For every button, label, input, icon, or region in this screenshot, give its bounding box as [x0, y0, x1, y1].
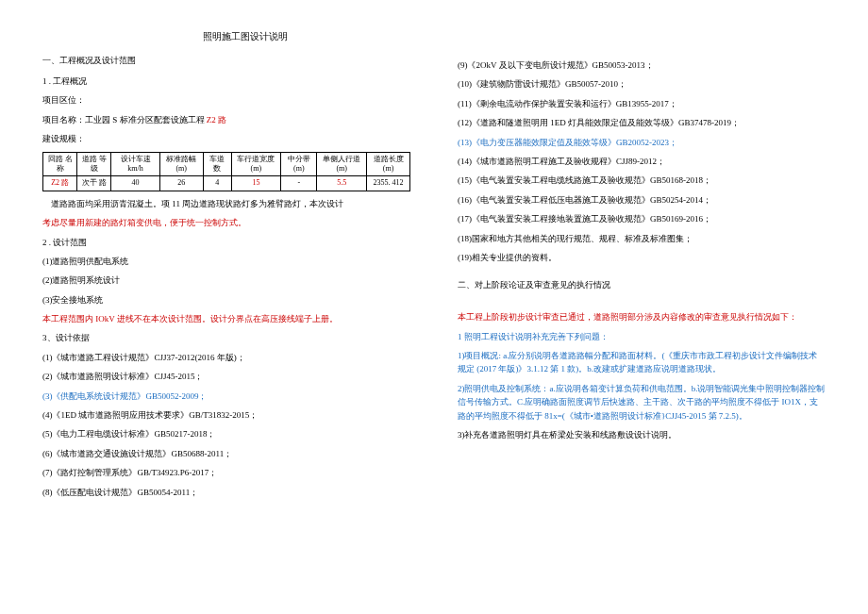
- s3-item: (4)《1ED 城市道路照明应用技术要求》GB/T31832-2015；: [42, 408, 410, 422]
- s3-item: (8)《低压配电设计规范》GB50054-2011；: [42, 486, 410, 499]
- td: 5.5: [317, 176, 367, 191]
- s2-red-note: 本工程范围内 IOkV 进线不在本次设计范围。设计分界点在高压接线端子上册。: [42, 312, 410, 325]
- project-name-red: Z2 路: [207, 115, 226, 124]
- td: 2355. 412: [367, 176, 410, 191]
- td: 15: [231, 176, 281, 191]
- td: 26: [159, 176, 203, 191]
- section-1-header: 一、工程概况及设计范围: [42, 55, 410, 67]
- s3-item: (11)《剩余电流动作保护装置安装和运行》GB13955-2017；: [458, 97, 826, 110]
- s3-item: (2)《城市道路照明设计标准》CJJ45-2015；: [42, 370, 410, 383]
- s3-item: (14)《城市道路照明工程施工及验收规程》CJJ89-2012；: [458, 155, 826, 168]
- build-scale: 建设规模：: [42, 132, 410, 145]
- s3-item: (10)《建筑物防雷设计规范》GB50057-2010；: [458, 77, 826, 91]
- road-note-1: 道路路面均采用沥青混凝土。项 11 周边道路现状路灯多为雅臂路灯，本次设计: [42, 197, 410, 210]
- right-column: (9)《2OkV 及以下变电所设计规范》GB50053-2013； (10)《建…: [458, 30, 826, 505]
- subsection-1: 1 . 工程概况: [42, 75, 410, 88]
- bullet-1: 1)项目概况: a.应分别说明各道路路幅分配和路面材料。(《重庆市市政工程初步设…: [458, 349, 826, 376]
- s3-item: (15)《电气装置安装工程电缆线路施工及验收规范》GB50168-2018；: [458, 174, 826, 187]
- th: 标准路幅 (m): [159, 152, 203, 176]
- table-row: Z2 路 次干 路 40 26 4 15 - 5.5 2355. 412: [43, 176, 410, 191]
- s3-item: (7)《路灯控制管理系统》GB/T34923.P6-2017；: [42, 466, 410, 479]
- subsection-3: 3、设计依据: [42, 331, 410, 344]
- td: Z2 路: [43, 176, 77, 191]
- project-name: 项目名称：工业园 S 标准分区配套设施工程 Z2 路: [42, 113, 410, 126]
- td: 40: [111, 176, 159, 191]
- s3-item: (5)《电力工程电缆设计标准》GB50217-2018；: [42, 427, 410, 440]
- scale-table: 回路 名称 道路 等级 设计车速 km/h 标准路幅 (m) 车道 数 车行道宽…: [42, 152, 410, 191]
- s3-item: (6)《城市道路交通设施设计规范》GB50688-2011；: [42, 447, 410, 460]
- subsection-2: 2 . 设计范围: [42, 236, 410, 249]
- s2-item: (2)道路照明系统设计: [42, 274, 410, 287]
- s3-item: (3)《供配电系统设计规范》GB50052-2009；: [42, 390, 410, 403]
- th: 回路 名称: [43, 152, 77, 176]
- s3-item: (1)《城市道路工程设计规范》CJJ37-2012(2016 年版)；: [42, 351, 410, 364]
- road-note-2: 考虑尽量用新建的路灯箱变供电，便于统一控制方式。: [42, 216, 410, 229]
- s3-item: (19)相关专业提供的资料。: [458, 251, 826, 264]
- td: 次干 路: [77, 176, 111, 191]
- th: 道路 等级: [77, 152, 111, 176]
- th: 单侧人行道 (m): [317, 152, 367, 176]
- bullet-2: 2)照明供电及控制系统：a.应说明各箱变计算负荷和供电范围。b.说明智能调光集中…: [458, 382, 826, 423]
- project-location: 项目区位：: [42, 93, 410, 107]
- s3-item: (9)《2OkV 及以下变电所设计规范》GB50053-2013；: [458, 58, 826, 72]
- s3-item: (13)《电力变压器能效限定值及能效等级》GB20052-2023；: [458, 136, 826, 149]
- th: 车行道宽度 (m): [231, 152, 281, 176]
- note-1: 1 照明工程设计说明补充完善下列问题：: [458, 330, 826, 343]
- s2-item: (3)安全接地系统: [42, 293, 410, 307]
- table-header-row: 回路 名称 道路 等级 设计车速 km/h 标准路幅 (m) 车道 数 车行道宽…: [43, 152, 410, 176]
- bullet-3: 3)补充各道路照明灯具在桥梁处安装和线路敷设设计说明。: [458, 428, 826, 441]
- td: 4: [203, 176, 231, 191]
- s3-item: (18)国家和地方其他相关的现行规范、规程、标准及标准图集；: [458, 232, 826, 245]
- th: 中分带(m): [281, 152, 317, 176]
- s3-item: (17)《电气装置安装工程接地装置施工及验收规范》GB50169-2016；: [458, 212, 826, 225]
- doc-title: 照明施工图设计说明: [80, 30, 410, 43]
- th: 车道 数: [203, 152, 231, 176]
- th: 设计车速 km/h: [111, 152, 159, 176]
- td: -: [281, 176, 317, 191]
- th: 道路长度(m): [367, 152, 410, 176]
- s3-item: (16)《电气装置安装工程低压电器施工及验收规范》GB50254-2014；: [458, 193, 826, 207]
- left-column: 照明施工图设计说明 一、工程概况及设计范围 1 . 工程概况 项目区位： 项目名…: [42, 30, 410, 505]
- s2-item: (1)道路照明供配电系统: [42, 255, 410, 268]
- section-2-header: 二、对上阶段论证及审查意见的执行情况: [458, 279, 826, 291]
- s3-item: (12)《道路和隧道照明用 1ED 灯具能效限定值及能效等级》GB37478-2…: [458, 116, 826, 129]
- review-status: 本工程上阶段初步设计审查已通过，道路照明部分涉及内容修改的审查意见执行情况如下：: [458, 310, 826, 324]
